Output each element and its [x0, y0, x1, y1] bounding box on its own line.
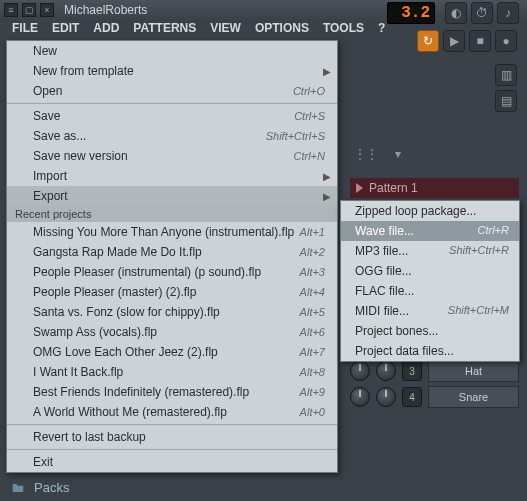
menu-separator — [7, 424, 337, 425]
export-project-bones[interactable]: Project bones... — [341, 321, 519, 341]
recent-project-item[interactable]: Missing You More Than Anyone (instrument… — [7, 222, 337, 242]
menu-separator — [7, 449, 337, 450]
menu-view[interactable]: VIEW — [204, 20, 247, 38]
transport-controls: ↻ ▶ ■ ● — [417, 30, 517, 52]
recent-project-item[interactable]: Santa vs. Fonz (slow for chippy).flpAlt+… — [7, 302, 337, 322]
window-menu-button[interactable]: ≡ — [4, 3, 18, 17]
wait-icon[interactable]: ⏱ — [471, 2, 493, 24]
channel-number[interactable]: 3 — [402, 361, 422, 381]
recent-project-item[interactable]: A World Without Me (remastered).flpAlt+0 — [7, 402, 337, 422]
export-project-data[interactable]: Project data files... — [341, 341, 519, 361]
menu-separator — [7, 103, 337, 104]
recent-project-item[interactable]: Best Friends Indefinitely (remastered).f… — [7, 382, 337, 402]
pan-knob[interactable] — [350, 387, 370, 407]
recent-project-item[interactable]: OMG Love Each Other Jeez (2).flpAlt+7 — [7, 342, 337, 362]
pattern-label: Pattern 1 — [369, 181, 418, 195]
menu-options[interactable]: OPTIONS — [249, 20, 315, 38]
menu-item-save-new-version[interactable]: Save new versionCtrl+N — [7, 146, 337, 166]
playlist-icon[interactable]: ▥ — [495, 64, 517, 86]
menu-item-export[interactable]: Export▶ — [7, 186, 337, 206]
close-button[interactable]: × — [40, 3, 54, 17]
channel-label[interactable]: Hat — [428, 360, 519, 382]
menu-item-new[interactable]: New — [7, 41, 337, 61]
recent-project-item[interactable]: People Pleaser (instrumental) (p sound).… — [7, 262, 337, 282]
menu-item-save[interactable]: SaveCtrl+S — [7, 106, 337, 126]
top-icon-group: ◐ ⏱ ♪ — [445, 2, 519, 24]
recent-project-item[interactable]: Swamp Ass (vocals).flpAlt+6 — [7, 322, 337, 342]
play-button[interactable]: ▶ — [443, 30, 465, 52]
recent-project-item[interactable]: I Want It Back.flpAlt+8 — [7, 362, 337, 382]
stop-button[interactable]: ■ — [469, 30, 491, 52]
menu-item-save-as[interactable]: Save as...Shift+Ctrl+S — [7, 126, 337, 146]
browser-packs[interactable]: Packs — [10, 480, 69, 495]
options-icon[interactable]: ▾ — [389, 145, 407, 163]
pan-knob[interactable] — [350, 361, 370, 381]
volume-knob[interactable] — [376, 361, 396, 381]
pattern-song-toggle[interactable]: ↻ — [417, 30, 439, 52]
chevron-right-icon: ▶ — [323, 191, 331, 202]
track-row: 4 Snare — [350, 386, 519, 408]
menu-edit[interactable]: EDIT — [46, 20, 85, 38]
recent-project-item[interactable]: Gangsta Rap Made Me Do It.flpAlt+2 — [7, 242, 337, 262]
track-row: 3 Hat — [350, 360, 519, 382]
tempo-display[interactable]: 3.2 — [387, 2, 435, 24]
menu-tools[interactable]: TOOLS — [317, 20, 370, 38]
menu-add[interactable]: ADD — [87, 20, 125, 38]
menu-file[interactable]: FILE — [6, 20, 44, 38]
recent-projects-header: Recent projects — [7, 206, 337, 222]
export-flac-file[interactable]: FLAC file... — [341, 281, 519, 301]
minimize-button[interactable]: ▢ — [22, 3, 36, 17]
packs-label: Packs — [34, 480, 69, 495]
pattern-selector[interactable]: Pattern 1 — [350, 178, 519, 198]
volume-knob[interactable] — [376, 387, 396, 407]
menu-bar: FILE EDIT ADD PATTERNS VIEW OPTIONS TOOL… — [6, 20, 391, 38]
export-wave-file[interactable]: Wave file...Ctrl+R — [341, 221, 519, 241]
metronome-icon[interactable]: ◐ — [445, 2, 467, 24]
menu-item-open[interactable]: OpenCtrl+O — [7, 81, 337, 101]
folder-icon — [10, 481, 26, 495]
file-menu-dropdown: New New from template▶ OpenCtrl+O SaveCt… — [6, 40, 338, 473]
piano-roll-icon[interactable]: ▤ — [495, 90, 517, 112]
export-zipped-loop[interactable]: Zipped loop package... — [341, 201, 519, 221]
channel-label[interactable]: Snare — [428, 386, 519, 408]
record-button[interactable]: ● — [495, 30, 517, 52]
steps-icon[interactable]: ⋮⋮ — [357, 145, 375, 163]
menu-patterns[interactable]: PATTERNS — [127, 20, 202, 38]
view-shortcut-group: ▥ ▤ — [495, 64, 517, 112]
recent-project-item[interactable]: People Pleaser (master) (2).flpAlt+4 — [7, 282, 337, 302]
export-mp3-file[interactable]: MP3 file...Shift+Ctrl+R — [341, 241, 519, 261]
window-title: MichaelRoberts — [64, 3, 147, 17]
menu-item-revert[interactable]: Revert to last backup — [7, 427, 337, 447]
menu-item-exit[interactable]: Exit — [7, 452, 337, 472]
chevron-right-icon: ▶ — [323, 66, 331, 77]
count-icon[interactable]: ♪ — [497, 2, 519, 24]
export-midi-file[interactable]: MIDI file...Shift+Ctrl+M — [341, 301, 519, 321]
menu-item-import[interactable]: Import▶ — [7, 166, 337, 186]
menu-item-new-from-template[interactable]: New from template▶ — [7, 61, 337, 81]
export-ogg-file[interactable]: OGG file... — [341, 261, 519, 281]
channel-rack: 3 Hat 4 Snare — [350, 360, 519, 412]
chevron-right-icon: ▶ — [323, 171, 331, 182]
channel-number[interactable]: 4 — [402, 387, 422, 407]
export-submenu: Zipped loop package... Wave file...Ctrl+… — [340, 200, 520, 362]
